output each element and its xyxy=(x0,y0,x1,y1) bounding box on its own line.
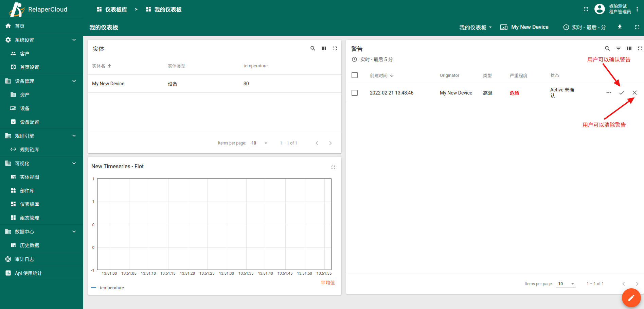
chevron-down-icon[interactable] xyxy=(71,132,77,139)
column-header-entity-name[interactable]: 实体名 xyxy=(88,63,164,69)
sidebar-item-7[interactable]: 设备配置 xyxy=(0,115,83,128)
column-header-entity-type[interactable]: 实体类型 xyxy=(164,63,239,69)
column-header-label: 实体类型 xyxy=(168,63,185,69)
columns-icon[interactable] xyxy=(626,45,632,52)
more-horiz-icon[interactable] xyxy=(605,89,612,96)
sidebar-item-5[interactable]: 资产 xyxy=(0,88,83,101)
fullscreen-icon[interactable] xyxy=(330,165,336,170)
sidebar-item-11[interactable]: 实体视图 xyxy=(0,170,83,184)
sort-asc-icon xyxy=(107,63,112,68)
filter-icon[interactable] xyxy=(615,45,622,52)
rule-chain-icon xyxy=(10,146,16,152)
column-header-severity[interactable]: 严重程度 xyxy=(506,72,547,79)
sidebar-item-0[interactable]: 首页 xyxy=(0,19,83,33)
alarm-row-actions xyxy=(577,89,644,96)
clock-icon xyxy=(352,56,357,62)
sidebar-item-14[interactable]: 组态管理 xyxy=(0,211,83,224)
entities-table-row[interactable]: My New Device 设备 30 xyxy=(88,75,341,92)
sidebar-item-17[interactable]: 审计日志 xyxy=(0,252,83,266)
chevron-down-icon[interactable] xyxy=(71,160,77,167)
chevron-right-icon[interactable] xyxy=(326,139,335,147)
chevron-down-icon[interactable] xyxy=(71,228,77,235)
gridline xyxy=(266,179,266,270)
sidebar-item-label: 组态管理 xyxy=(20,214,39,221)
breadcrumb-item-dashboards[interactable]: 仪表板库 xyxy=(96,5,127,13)
timewindow-label: 实时 - 最后 - 分 xyxy=(572,23,606,31)
column-header-created-time[interactable]: 创建时间 xyxy=(367,72,436,79)
user-info[interactable]: 睿珀测试 租户管理员 xyxy=(609,4,631,15)
x-tick-label: 13:51:20 xyxy=(177,271,198,276)
alarms-table-header: 创建时间 Originator 类型 严重程度 状态 xyxy=(346,66,644,84)
sidebar-item-13[interactable]: 仪表板库 xyxy=(0,197,83,211)
sidebar-item-1[interactable]: 系统设置 xyxy=(0,33,83,47)
gridline xyxy=(285,179,286,270)
dashboard-icon xyxy=(96,6,102,12)
cell-type: 高温 xyxy=(479,89,506,96)
arrow-drop-down-icon xyxy=(570,281,576,287)
search-icon[interactable] xyxy=(310,45,316,52)
column-header-status[interactable]: 状态 xyxy=(547,72,577,78)
edit-dashboard-fab[interactable] xyxy=(622,288,641,307)
columns-icon[interactable] xyxy=(321,45,327,52)
legend-swatch xyxy=(91,287,96,288)
sidebar-item-16[interactable]: 历史数据 xyxy=(0,238,83,252)
checkbox[interactable] xyxy=(352,90,358,96)
legend-series-name: temperature xyxy=(100,285,124,290)
alarms-timewindow[interactable]: 实时 - 最后 5 分 xyxy=(352,56,393,63)
sidebar-item-9[interactable]: 规则链库 xyxy=(0,142,83,156)
chart-legend[interactable]: temperature xyxy=(91,285,124,290)
timewindow-button[interactable]: 实时 - 最后 - 分 xyxy=(563,23,606,31)
more-vert-icon[interactable] xyxy=(634,6,641,13)
dashboard-icon xyxy=(10,214,16,221)
sidebar-item-8[interactable]: 规则引擎 xyxy=(0,129,83,142)
building-icon xyxy=(10,91,16,98)
gridline xyxy=(149,179,149,270)
gridline xyxy=(305,179,305,270)
row-checkbox[interactable] xyxy=(346,90,367,96)
breadcrumb-item-current[interactable]: 我的仪表板 xyxy=(145,5,182,13)
checkbox[interactable] xyxy=(352,72,358,78)
fullscreen-icon[interactable] xyxy=(332,45,338,52)
sidebar-item-10[interactable]: 可视化 xyxy=(0,156,83,170)
x-tick-label: 13:51:55 xyxy=(314,271,334,276)
page-size-select[interactable]: 10 xyxy=(249,139,269,147)
sidebar-item-6[interactable]: 设备 xyxy=(0,101,83,115)
states-select-label: 我的仪表板 xyxy=(459,23,486,31)
sidebar-item-12[interactable]: 部件库 xyxy=(0,184,83,197)
x-tick-label: 13:51:35 xyxy=(236,271,256,276)
fullscreen-icon[interactable] xyxy=(583,6,589,13)
column-header-originator[interactable]: Originator xyxy=(436,73,479,78)
sidebar-item-18[interactable]: Api 使用统计 xyxy=(0,266,83,280)
sidebar-item-15[interactable]: 数据中心 xyxy=(0,225,83,238)
relaper-logo-icon xyxy=(8,2,26,17)
fullscreen-icon[interactable] xyxy=(637,45,643,52)
column-header-temperature[interactable]: temperature xyxy=(239,63,341,68)
chevron-left-icon[interactable] xyxy=(620,280,628,288)
chevron-left-icon[interactable] xyxy=(313,139,321,147)
sidebar-item-label: 规则链库 xyxy=(20,146,39,153)
ack-alarm-icon[interactable] xyxy=(618,89,625,96)
search-icon[interactable] xyxy=(604,45,611,52)
alarm-row[interactable]: 2022-02-21 13:48:46 My New Device 高温 危险 … xyxy=(346,84,644,101)
sidebar-item-3[interactable]: 首页设置 xyxy=(0,60,83,74)
select-all-checkbox[interactable] xyxy=(346,72,367,78)
ack-annotation: 用户可以确认警告 xyxy=(587,55,631,63)
breadcrumb-separator: > xyxy=(135,6,138,12)
download-icon[interactable] xyxy=(616,24,623,30)
sidebar-item-4[interactable]: 设备管理 xyxy=(0,74,83,88)
column-header-label: 实体名 xyxy=(92,63,105,69)
gridline xyxy=(227,179,227,270)
fullscreen-icon[interactable] xyxy=(634,24,641,31)
states-select[interactable]: 我的仪表板 xyxy=(459,23,494,31)
avatar[interactable] xyxy=(593,3,606,15)
chevron-right-icon[interactable] xyxy=(633,280,641,288)
logo[interactable]: RelaperCloud xyxy=(0,0,83,19)
page-size-select[interactable]: 10 xyxy=(556,280,576,288)
sidebar-item-2[interactable]: 客户 xyxy=(0,47,83,60)
breadcrumb-label: 我的仪表板 xyxy=(155,5,182,13)
chevron-down-icon[interactable] xyxy=(71,78,77,84)
clear-alarm-icon[interactable] xyxy=(631,89,638,96)
chevron-down-icon[interactable] xyxy=(71,36,77,43)
column-header-type[interactable]: 类型 xyxy=(479,72,506,79)
selected-entity[interactable]: My New Device xyxy=(500,23,549,31)
